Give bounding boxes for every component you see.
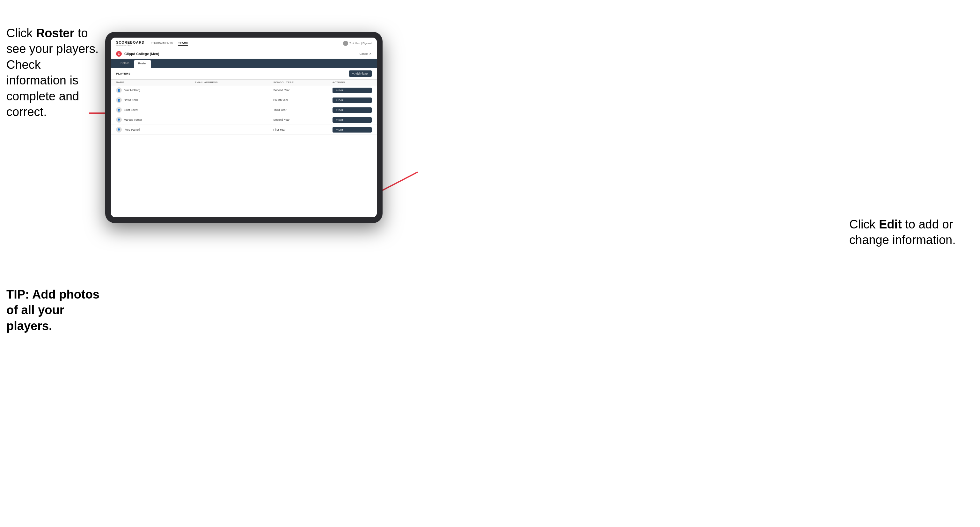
tab-bar: Details Roster: [111, 59, 377, 68]
tip-instruction: TIP: Add photos of all your players.: [6, 287, 105, 334]
player-year-3: Second Year: [274, 118, 332, 121]
team-header: C Clippd College (Men) Cancel ✕: [111, 49, 377, 59]
tab-roster[interactable]: Roster: [134, 60, 151, 68]
player-name-text-1: David Ford: [124, 98, 138, 102]
player-name-2: 👤 Elliot Ebert: [116, 107, 195, 113]
player-avatar-2: 👤: [116, 107, 122, 113]
table-row: 👤 David Ford Fourth Year ✏ Edit: [111, 95, 377, 105]
user-avatar-circle: [343, 41, 348, 46]
players-label: PLAYERS: [116, 72, 130, 75]
col-actions: ACTIONS: [332, 81, 372, 84]
table-header: NAME EMAIL ADDRESS SCHOOL YEAR ACTIONS: [111, 79, 377, 86]
col-email: EMAIL ADDRESS: [195, 81, 274, 84]
player-name-text-0: Blair McHarg: [124, 89, 140, 92]
col-school-year: SCHOOL YEAR: [274, 81, 332, 84]
edit-button-3[interactable]: ✏ Edit: [332, 117, 372, 123]
edit-button-2[interactable]: ✏ Edit: [332, 107, 372, 113]
nav-tournaments[interactable]: TOURNAMENTS: [151, 41, 173, 46]
edit-button-4[interactable]: ✏ Edit: [332, 127, 372, 133]
logo-title: SCOREBOARD: [116, 40, 145, 44]
player-name-text-2: Elliot Ebert: [124, 108, 138, 111]
edit-button-1[interactable]: ✏ Edit: [332, 97, 372, 103]
player-avatar-3: 👤: [116, 117, 122, 123]
player-year-1: Fourth Year: [274, 98, 332, 102]
table-row: 👤 Marcus Turner Second Year ✏ Edit: [111, 115, 377, 125]
app-header: SCOREBOARD Powered by Clippd TOURNAMENTS…: [111, 38, 377, 49]
user-text: Test User | Sign out: [349, 42, 372, 44]
player-name-text-4: Piers Parnell: [124, 128, 140, 131]
table-body: 👤 Blair McHarg Second Year ✏ Edit 👤 Davi…: [111, 86, 377, 217]
content-area: PLAYERS + Add Player NAME EMAIL ADDRESS …: [111, 68, 377, 217]
edit-bold: Edit: [879, 217, 902, 231]
edit-button-0[interactable]: ✏ Edit: [332, 87, 372, 93]
player-avatar-0: 👤: [116, 87, 122, 93]
team-logo: C: [116, 51, 122, 57]
player-year-0: Second Year: [274, 89, 332, 92]
player-name-3: 👤 Marcus Turner: [116, 117, 195, 123]
player-year-4: First Year: [274, 128, 332, 131]
tablet-device: SCOREBOARD Powered by Clippd TOURNAMENTS…: [105, 32, 383, 223]
user-info: Test User | Sign out: [343, 41, 372, 46]
app-logo: SCOREBOARD Powered by Clippd: [116, 40, 145, 46]
logo-sub: Powered by Clippd: [116, 44, 145, 46]
cancel-button[interactable]: Cancel ✕: [359, 52, 372, 56]
players-header: PLAYERS + Add Player: [111, 68, 377, 79]
tab-details[interactable]: Details: [116, 59, 134, 68]
team-name: Clippd College (Men): [124, 52, 359, 56]
roster-bold: Roster: [36, 27, 74, 40]
player-name-1: 👤 David Ford: [116, 97, 195, 103]
player-avatar-1: 👤: [116, 97, 122, 103]
col-name: NAME: [116, 81, 195, 84]
player-name-0: 👤 Blair McHarg: [116, 87, 195, 93]
table-row: 👤 Elliot Ebert Third Year ✏ Edit: [111, 105, 377, 115]
left-instruction: Click Roster to see your players. Check …: [6, 25, 102, 120]
nav-links: TOURNAMENTS TEAMS: [151, 41, 343, 46]
table-row: 👤 Piers Parnell First Year ✏ Edit: [111, 125, 377, 135]
nav-teams[interactable]: TEAMS: [178, 41, 188, 46]
add-player-button[interactable]: + Add Player: [349, 70, 372, 77]
player-name-4: 👤 Piers Parnell: [116, 127, 195, 133]
player-year-2: Third Year: [274, 108, 332, 111]
player-avatar-4: 👤: [116, 127, 122, 133]
right-instruction: Click Edit to add or change information.: [849, 217, 964, 248]
table-row: 👤 Blair McHarg Second Year ✏ Edit: [111, 86, 377, 95]
player-name-text-3: Marcus Turner: [124, 118, 142, 121]
tablet-screen: SCOREBOARD Powered by Clippd TOURNAMENTS…: [111, 38, 377, 217]
